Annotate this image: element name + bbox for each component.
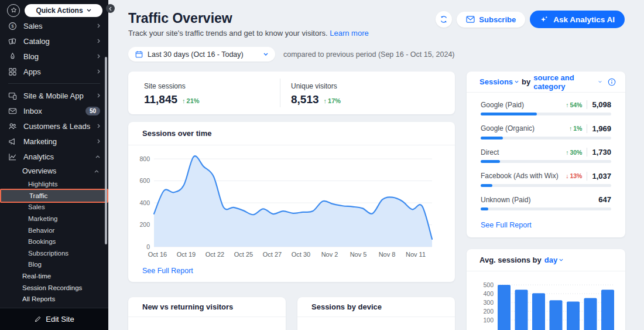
source-row[interactable]: Google (Organic)↑1%1,969	[481, 124, 611, 140]
sidebar-item-analytics[interactable]: Analytics	[0, 149, 108, 164]
ask-ai-label: Ask Analytics AI	[553, 15, 615, 24]
kpi-change-pct: 21%	[187, 97, 200, 104]
avg-sessions-by-day-card: Avg. sessions by day 100200300400500	[467, 249, 625, 330]
see-full-report-link[interactable]: See Full Report	[481, 221, 532, 229]
svg-text:Nov 2: Nov 2	[321, 251, 338, 258]
sidebar-divider	[8, 83, 100, 84]
catalog-icon	[8, 36, 18, 46]
main-content: Traffic Overview Track your site's traff…	[108, 0, 644, 330]
svg-text:100: 100	[483, 317, 494, 324]
sidebar-item-marketing-overview[interactable]: Marketing	[0, 213, 108, 224]
inbox-count-badge: 50	[85, 107, 100, 115]
sidebar-item-inbox[interactable]: Inbox 50	[0, 103, 108, 118]
sidebar-item-all-reports[interactable]: All Reports	[0, 293, 108, 305]
source-bar-track	[481, 160, 611, 163]
dimension-dropdown[interactable]: source and category	[533, 73, 602, 91]
kpi-change-pct: 17%	[328, 97, 341, 104]
sidebar-item-sales[interactable]: $ Sales	[0, 18, 108, 33]
chevron-right-icon	[97, 139, 100, 144]
megaphone-icon	[8, 137, 18, 146]
sidebar-item-customers-leads[interactable]: Customers & Leads	[0, 118, 108, 134]
source-row[interactable]: Google (Paid)↑54%5,098	[481, 100, 611, 115]
subscribe-label: Subscribe	[479, 15, 516, 24]
date-range-dropdown[interactable]: Last 30 days (Oct 16 - Today)	[128, 47, 275, 62]
sidebar-item-label: Marketing	[23, 137, 97, 146]
subscribe-button[interactable]: Subscribe	[457, 12, 525, 28]
chevron-down-icon	[515, 80, 519, 83]
edit-site-button[interactable]: Edit Site	[0, 308, 108, 330]
arrow-icon: ↑	[569, 125, 572, 132]
page-subtitle: Track your site's traffic trends and get…	[128, 29, 369, 38]
kpi-change: ↑17%	[324, 97, 341, 104]
card-title: New vs returning visitors	[128, 297, 286, 317]
source-change: ↑30%	[566, 149, 582, 156]
avg-sessions-bar-chart: 100200300400500	[472, 281, 622, 330]
source-bar-track	[481, 207, 611, 210]
refresh-icon	[440, 15, 448, 23]
source-change-pct: 30%	[570, 149, 582, 156]
sidebar-item-marketing[interactable]: Marketing	[0, 134, 108, 149]
calendar-icon	[135, 50, 143, 58]
kpi-card: Site sessions 11,845 ↑21% Unique visitor…	[128, 72, 455, 114]
date-range-value: Last 30 days (Oct 16 - Today)	[148, 50, 259, 59]
info-icon[interactable]	[608, 78, 616, 86]
kpi-value: 11,845	[144, 93, 177, 106]
svg-text:Nov 5: Nov 5	[350, 251, 367, 258]
sidebar-item-session-recordings[interactable]: Session Recordings	[0, 282, 108, 294]
star-icon	[11, 7, 17, 13]
source-change-pct: 54%	[570, 101, 582, 108]
page-title: Traffic Overview	[128, 11, 232, 26]
svg-text:Oct 27: Oct 27	[263, 251, 282, 258]
sidebar-scrollbar[interactable]	[105, 57, 107, 244]
sidebar-item-real-time[interactable]: Real-time	[0, 270, 108, 282]
chevron-right-icon	[97, 124, 100, 128]
sidebar-item-site-mobile-app[interactable]: Site & Mobile App	[0, 88, 108, 103]
sidebar-item-bookings[interactable]: Bookings	[0, 236, 108, 247]
metric-label: Sessions	[479, 77, 513, 86]
sidebar-item-label: Real-time	[22, 273, 99, 280]
sidebar-item-overviews[interactable]: Overviews	[0, 164, 108, 178]
sidebar-item-traffic-selected[interactable]: Traffic	[0, 189, 108, 203]
source-bar-fill	[481, 184, 492, 187]
sidebar-item-highlights[interactable]: Highlights	[0, 178, 108, 190]
source-row[interactable]: Facebook (Ads with Wix)↓13%1,037	[481, 172, 611, 187]
svg-text:Oct 25: Oct 25	[234, 251, 253, 258]
devices-icon	[8, 91, 18, 100]
pen-icon	[8, 52, 18, 61]
quick-actions-label: Quick Actions	[36, 6, 83, 15]
metric-dropdown[interactable]: Sessions	[479, 77, 519, 86]
sidebar-item-blog-overview[interactable]: Blog	[0, 259, 108, 271]
ask-analytics-ai-button[interactable]: Ask Analytics AI	[530, 11, 625, 28]
source-rows: Google (Paid)↑54%5,098 Google (Organic)↑…	[467, 93, 625, 210]
envelope-icon	[8, 106, 18, 115]
refresh-button[interactable]	[436, 11, 452, 28]
sidebar-item-label: Traffic	[29, 192, 47, 199]
card-title: Sessions over time	[128, 122, 455, 145]
source-change: ↓13%	[566, 172, 582, 179]
sidebar-item-behavior[interactable]: Behavior	[0, 224, 108, 236]
svg-text:Nov 8: Nov 8	[379, 251, 396, 258]
source-row[interactable]: Direct↑30%1,730	[481, 148, 611, 163]
sidebar-item-blog[interactable]: Blog	[0, 49, 108, 64]
sidebar-item-label: Catalog	[23, 37, 97, 46]
source-row[interactable]: Unknown (Paid)647	[481, 195, 611, 210]
quick-actions-button[interactable]: Quick Actions	[25, 4, 102, 17]
source-bar-fill	[481, 137, 503, 140]
sidebar-item-catalog[interactable]: Catalog	[0, 33, 108, 49]
day-dropdown[interactable]: day	[544, 256, 563, 264]
favorites-button[interactable]	[7, 4, 20, 17]
sidebar-item-sales-overview[interactable]: Sales	[0, 202, 108, 213]
sessions-line-chart: 0200400600800Oct 16Oct 19Oct 22Oct 25Oct…	[139, 149, 442, 263]
see-full-report-link[interactable]: See Full Report	[142, 267, 193, 275]
line-chart-icon	[8, 152, 18, 161]
sidebar-item-subscriptions[interactable]: Subscriptions	[0, 247, 108, 259]
svg-text:Nov 11: Nov 11	[406, 251, 426, 258]
svg-text:200: 200	[483, 308, 494, 315]
svg-text:Oct 30: Oct 30	[292, 251, 310, 258]
pencil-icon	[34, 315, 42, 323]
sidebar-nav: $ Sales Catalog Blog Apps Site & Mobile …	[0, 18, 108, 305]
chevron-down-icon	[559, 258, 563, 261]
sidebar-item-apps[interactable]: Apps	[0, 64, 108, 79]
sidebar-collapse-button[interactable]	[106, 4, 115, 13]
learn-more-link[interactable]: Learn more	[330, 29, 368, 38]
